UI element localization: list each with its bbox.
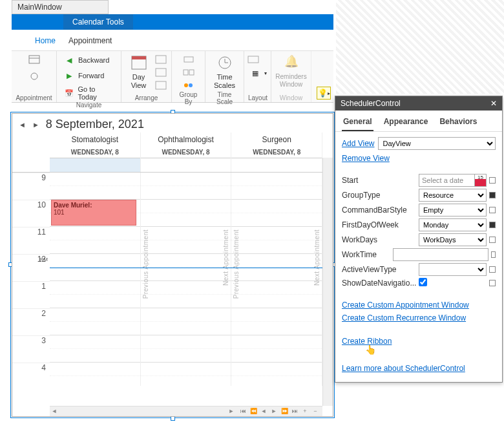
- week-view-icon[interactable]: [154, 67, 167, 78]
- calendar-icon[interactable]: 15: [474, 174, 486, 186]
- svg-rect-5: [156, 56, 166, 63]
- activeview-label: ActiveViewType: [342, 265, 416, 274]
- group-resource-icon[interactable]: [182, 79, 195, 91]
- grouptype-label: GroupType: [342, 191, 416, 200]
- day-header: WEDNESDAY, 8: [141, 147, 231, 158]
- time-column[interactable]: Previous Appointment Next Appointment: [141, 173, 232, 386]
- shownav-label: ShowDateNavigatio...: [342, 279, 416, 288]
- go-to-today-button[interactable]: 📅Go to Today: [61, 85, 117, 101]
- binding-marker[interactable]: [489, 222, 496, 228]
- ribbon-group-window-label: Window: [275, 94, 307, 101]
- create-recur-window-link[interactable]: Create Custom Recurrence Window: [342, 313, 466, 322]
- remove-view-link[interactable]: Remove View: [342, 154, 390, 163]
- worktime-input[interactable]: [393, 248, 488, 261]
- svg-point-11: [184, 83, 188, 87]
- allday-cell[interactable]: [141, 158, 232, 172]
- allday-cell[interactable]: [231, 158, 322, 172]
- start-date-input[interactable]: Select a date15: [419, 174, 487, 187]
- month-view-icon[interactable]: [154, 79, 167, 91]
- work-week-icon[interactable]: [154, 54, 167, 65]
- svg-rect-16: [248, 56, 258, 63]
- time-label: 4: [12, 363, 50, 386]
- day-view-button[interactable]: Day View: [125, 54, 152, 91]
- create-appt-window-link[interactable]: Create Custom Appointment Window: [342, 301, 469, 310]
- window-title: MainWindow: [12, 0, 109, 14]
- add-view-select[interactable]: DayView: [378, 137, 496, 150]
- svg-rect-10: [189, 70, 194, 75]
- bell-icon: 🔔: [282, 55, 300, 72]
- group-date-icon[interactable]: [182, 67, 195, 78]
- horizontal-scrollbar[interactable]: ◄► ⏮⏪◄►⏩⏭+−: [50, 406, 322, 416]
- time-label: 11: [12, 227, 50, 254]
- ribbon-group-navigate-label: Navigate: [61, 101, 117, 109]
- ribbon-group-layout-label: Layout: [248, 94, 267, 101]
- workdays-select[interactable]: WorkDays: [419, 233, 487, 246]
- panel-tab-behaviors[interactable]: Behaviors: [438, 114, 478, 131]
- ribbon-group-groupby-label: Group By: [176, 91, 201, 105]
- resource-navigator[interactable]: ⏮⏪◄►⏩⏭+−: [236, 408, 322, 416]
- panel-close-button[interactable]: ✕: [490, 99, 497, 108]
- panel-tab-appearance[interactable]: Appearance: [383, 114, 430, 131]
- next-appointment-button[interactable]: Next Appointment: [222, 229, 229, 286]
- forward-button[interactable]: ▶Forward: [61, 69, 106, 82]
- ribbon-group-arrange-label: Arrange: [125, 94, 167, 101]
- time-column[interactable]: Dave Muriel: 101: [50, 173, 141, 386]
- reminders-window-button[interactable]: 🔔 Reminders Window: [273, 54, 309, 90]
- day-header: WEDNESDAY, 8: [50, 147, 140, 158]
- learn-more-link[interactable]: Learn more about SchedulerControl: [342, 364, 465, 373]
- firstday-select[interactable]: Monday: [419, 218, 487, 231]
- binding-marker[interactable]: [489, 237, 496, 243]
- prev-appointment-button[interactable]: Previous Appointment: [142, 229, 149, 299]
- time-column[interactable]: Previous Appointment Next Appointment: [231, 173, 322, 386]
- appointment-location: 101: [54, 209, 134, 216]
- binding-marker[interactable]: [489, 266, 496, 273]
- ribbon-group-appointment-label: Appointment: [16, 94, 52, 101]
- prev-date-button[interactable]: ◄: [19, 121, 26, 129]
- current-time-indicator: [50, 268, 322, 268]
- backward-button[interactable]: ◀Backward: [61, 54, 111, 67]
- day-header: WEDNESDAY, 8: [231, 147, 322, 158]
- time-label: 12PM: [12, 254, 50, 281]
- binding-marker[interactable]: [489, 192, 496, 198]
- new-recurring-icon[interactable]: [28, 70, 41, 82]
- grouptype-select[interactable]: Resource: [419, 189, 487, 202]
- smart-tag-panel: SchedulerControl ✕ General Appearance Be…: [335, 96, 503, 383]
- binding-marker[interactable]: [489, 280, 496, 286]
- forward-icon: ▶: [63, 70, 76, 81]
- svg-rect-0: [29, 56, 39, 63]
- context-tab-calendar-tools[interactable]: Calendar Tools: [63, 14, 133, 30]
- panel-tab-general[interactable]: General: [342, 114, 373, 131]
- time-label: 2: [12, 308, 50, 335]
- resource-header: Ophthalmologist: [141, 132, 231, 147]
- ribbon-tab-appointment[interactable]: Appointment: [67, 34, 113, 48]
- new-appointment-icon[interactable]: [28, 54, 41, 65]
- layout-drop-button[interactable]: ▦▾: [247, 67, 269, 79]
- binding-marker[interactable]: [489, 207, 496, 213]
- scheduler-control[interactable]: ◄ ► 8 September, 2021 Stomatologist Opht…: [12, 113, 333, 417]
- activeview-select[interactable]: [419, 263, 487, 276]
- workdays-label: WorkDays: [342, 235, 416, 244]
- date-title: 8 September, 2021: [46, 118, 144, 131]
- ribbon-tab-home[interactable]: Home: [34, 34, 57, 48]
- time-label: 10: [12, 200, 50, 227]
- time-scales-button[interactable]: Time Scales: [209, 54, 240, 91]
- layout-icon-1[interactable]: [247, 54, 260, 65]
- cmdbar-select[interactable]: Empty: [419, 204, 487, 216]
- time-label: 3: [12, 335, 50, 363]
- shownav-checkbox[interactable]: [419, 278, 427, 286]
- binding-marker[interactable]: [489, 177, 496, 184]
- appointment[interactable]: Dave Muriel: 101: [51, 200, 136, 226]
- smart-tag-button[interactable]: 💡▸: [317, 87, 331, 100]
- allday-cell[interactable]: [50, 158, 141, 172]
- add-view-link[interactable]: Add View: [342, 139, 374, 148]
- next-appointment-button[interactable]: Next Appointment: [313, 229, 320, 286]
- cmdbar-label: CommandBarStyle: [342, 206, 416, 215]
- create-ribbon-link[interactable]: Create Ribbon: [342, 337, 392, 346]
- prev-appointment-button[interactable]: Previous Appointment: [233, 229, 240, 299]
- svg-rect-4: [132, 56, 146, 59]
- group-none-icon[interactable]: [182, 54, 195, 65]
- vertical-scrollbar[interactable]: [322, 158, 333, 406]
- binding-marker[interactable]: [491, 251, 496, 258]
- ribbon-group-timescale-label: Time Scale: [209, 91, 240, 105]
- next-date-button[interactable]: ►: [32, 121, 39, 129]
